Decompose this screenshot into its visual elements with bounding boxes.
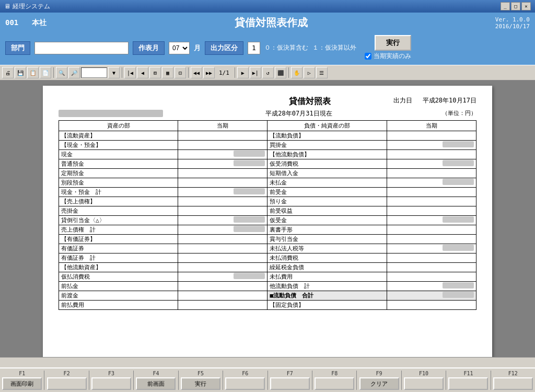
table-row: 【他流動資産】繰延税金負債: [59, 263, 476, 272]
report-output-date: 出力日 平成28年10月17日: [393, 96, 476, 105]
liab-value-cell: [387, 131, 476, 141]
fkey-button-f4[interactable]: 前画面: [136, 377, 176, 390]
tb-separator1: [53, 67, 54, 78]
main-window: 001 本社 貸借対照表作成 Ver. 1.0.0 2016/10/17 部門 …: [0, 13, 535, 392]
table-row: 【売上債権】預り金: [59, 197, 476, 206]
tb-print-button[interactable]: 🖨: [2, 67, 14, 78]
tb-zoom-dropdown[interactable]: ▼: [108, 67, 120, 78]
tb-paste-button[interactable]: 📄: [40, 67, 51, 78]
current-period-checkbox[interactable]: [365, 53, 371, 60]
tb-select-tool[interactable]: ▷: [304, 67, 315, 78]
liab-name-cell: 裏書手形: [268, 225, 387, 235]
table-row: 普通預金仮受消費税: [59, 159, 476, 169]
tb-first-page[interactable]: |◀: [124, 67, 136, 78]
fkey-button-f7: [270, 377, 310, 390]
liab-name-cell: 短期借入金: [268, 169, 387, 178]
fkey-label-f5: F5: [197, 371, 204, 376]
liab-value-cell: [387, 206, 476, 216]
liab-value-cell: [387, 188, 476, 197]
asset-value-cell: [178, 169, 268, 178]
tb-last-page[interactable]: ▶|: [250, 67, 261, 78]
asset-value-cell: [178, 178, 268, 188]
title-bar-controls: _ □ ✕: [501, 2, 531, 10]
tb-copy-button[interactable]: 📋: [27, 67, 39, 78]
fkey-label-f12: F12: [508, 371, 518, 376]
fkey-label-f2: F2: [64, 371, 70, 376]
fkey-item-f3: F3: [89, 371, 134, 390]
tb-nav2[interactable]: ▶▶: [203, 67, 215, 78]
table-row: 仮払消費税未払費用: [59, 272, 476, 282]
liab-value-cell: [387, 150, 476, 159]
table-row: 前払金他流動負債 計: [59, 282, 476, 291]
fkey-button-f12: [493, 377, 533, 390]
tb-stop[interactable]: ⬛: [275, 67, 286, 78]
tb-view1[interactable]: ▦: [162, 67, 173, 78]
asset-name-cell: 売掛金: [59, 206, 178, 216]
tb-search-button[interactable]: 🔍: [56, 67, 67, 78]
asset-value-cell: [178, 272, 268, 282]
maximize-button[interactable]: □: [511, 2, 520, 10]
fkey-item-f7: F7: [268, 371, 312, 390]
document-area[interactable]: 貸借対照表 出力日 平成28年10月17日 平成28年07月31日現在 （単位：…: [0, 80, 535, 357]
fkey-button-f3: [91, 377, 131, 390]
report-title: 貸借対照表: [226, 96, 394, 107]
tb-hand-tool[interactable]: ✋: [291, 67, 303, 78]
asset-period-header: 当期: [178, 121, 268, 131]
tb-separator3: [188, 67, 189, 78]
asset-name-cell: 【売上債権】: [59, 197, 178, 206]
fkey-button-f6: [225, 377, 265, 390]
month-select[interactable]: 07: [169, 42, 190, 54]
table-row: 【流動資産】【流動負債】: [59, 131, 476, 141]
table-row: 【現金・預金】買掛金: [59, 141, 476, 150]
asset-name-cell: 前渡金: [59, 291, 178, 301]
liab-name-cell: 未払金: [268, 178, 387, 188]
asset-value-cell: [178, 141, 268, 150]
fkey-button-f1[interactable]: 画面印刷: [2, 377, 42, 390]
balance-sheet-table: 資産の部 当期 負債・純資産の部 当期 【流動資産】【流動負債】【現金・預金】買…: [59, 120, 476, 310]
toolbar: 🖨 💾 📋 📄 🔍 🔎 100% ▼ |◀ ◀ ⊞ ▦ ⊡ ◀◀ ▶▶ 1/1 …: [0, 65, 535, 80]
tb-separator5: [288, 67, 289, 78]
asset-value-cell: [178, 244, 268, 253]
asset-name-cell: 有価証券 計: [59, 253, 178, 263]
table-row: 前渡金■流動負債 合計: [59, 291, 476, 301]
fkey-button-f9[interactable]: クリア: [359, 377, 399, 390]
tb-layout[interactable]: ⊞: [149, 67, 161, 78]
tb-next-page[interactable]: ▶: [237, 67, 249, 78]
zoom-input[interactable]: 100%: [81, 67, 107, 78]
asset-name-cell: 貸倒引当金〈△〉: [59, 216, 178, 225]
asset-name-cell: 普通預金: [59, 159, 178, 169]
asset-name-cell: 有価証券: [59, 244, 178, 253]
output-label: 出力区分: [205, 41, 243, 55]
table-row: 有価証券未払法人税等: [59, 244, 476, 253]
sakuhyo-label: 作表月: [133, 41, 165, 55]
tb-prev-page[interactable]: ◀: [137, 67, 148, 78]
asset-value-cell: [178, 131, 268, 141]
output-date: 平成28年10月17日: [423, 97, 476, 104]
table-row: 売掛金前受収益: [59, 206, 476, 216]
execute-button[interactable]: 実行: [375, 35, 411, 51]
fkey-item-f4: F4前画面: [134, 371, 178, 390]
close-button[interactable]: ✕: [521, 2, 531, 10]
bumon-input[interactable]: [34, 42, 129, 54]
company-blurred-header: [59, 110, 163, 119]
asset-value-cell: [178, 216, 268, 225]
tb-zoom-out-button[interactable]: 🔎: [68, 67, 80, 78]
fkey-button-f5[interactable]: 実行: [181, 377, 220, 390]
tb-nav1[interactable]: ◀◀: [191, 67, 202, 78]
asset-name-cell: 前払金: [59, 282, 178, 291]
liab-value-cell: [387, 263, 476, 272]
tb-refresh[interactable]: ↺: [262, 67, 274, 78]
minimize-button[interactable]: _: [501, 2, 510, 10]
tb-save-button[interactable]: 💾: [15, 67, 26, 78]
asset-value-cell: [178, 282, 268, 291]
tb-view2[interactable]: ⊡: [175, 67, 186, 78]
table-row: 現金【他流動負債】: [59, 150, 476, 159]
liab-value-cell: [387, 141, 476, 150]
liab-value-cell: [387, 244, 476, 253]
asset-name-cell: 前払費用: [59, 301, 178, 310]
tb-menu-button[interactable]: ☰: [316, 67, 328, 78]
app-icon: 🖥: [4, 3, 10, 10]
liab-value-cell: [387, 225, 476, 235]
table-row: 有価証券 計未払消費税: [59, 253, 476, 263]
fkey-label-f10: F10: [419, 371, 428, 376]
